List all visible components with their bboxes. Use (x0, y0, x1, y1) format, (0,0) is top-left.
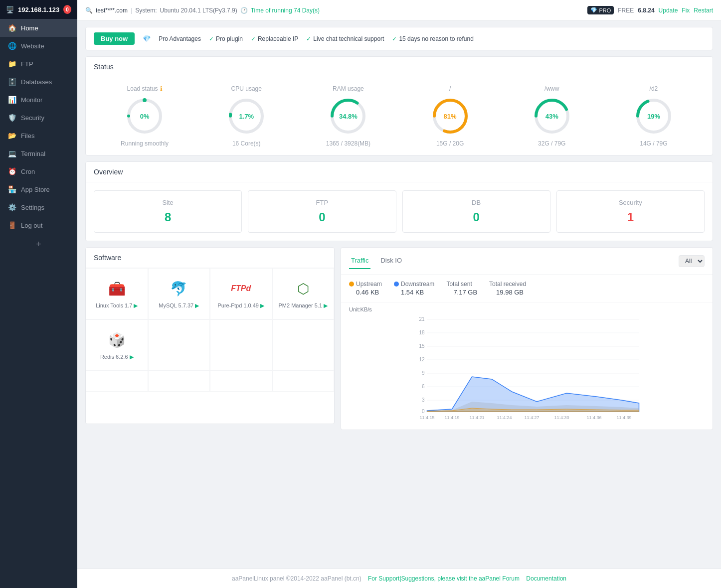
gauge-label: RAM usage (333, 85, 364, 92)
domain-label: test****.com (96, 7, 128, 14)
gauge-sub: 16 Core(s) (232, 140, 261, 147)
gauge-value: 81% (444, 113, 457, 120)
sidebar-item-files[interactable]: 📂Files (0, 127, 77, 145)
software-icon-wrap: 🎲 (107, 330, 127, 350)
software-item[interactable]: 🧰 Linux Tools 1.7 ▶ (86, 268, 148, 319)
nav-label: Log out (21, 222, 42, 229)
main-content: 🔍 test****.com | System: Ubuntu 20.04.1 … (77, 0, 721, 588)
svg-text:11:4:21: 11:4:21 (469, 415, 484, 420)
svg-text:3: 3 (422, 397, 425, 403)
nav-icon: 🛡️ (8, 114, 16, 122)
overview-title: Overview (86, 162, 713, 182)
downstream-label: Downstream (394, 281, 434, 288)
software-empty (272, 371, 335, 392)
sidebar-item-databases[interactable]: 🗄️Databases (0, 73, 77, 91)
svg-text:11:4:15: 11:4:15 (419, 415, 434, 420)
topbar-left: 🔍 test****.com | System: Ubuntu 20.04.1 … (85, 7, 320, 14)
downstream-dot (394, 282, 399, 287)
traffic-section: Traffic Disk IO All Upstream 0.4 (341, 247, 713, 430)
software-icon-wrap: ⬡ (293, 279, 313, 298)
sidebar-item-security[interactable]: 🛡️Security (0, 109, 77, 127)
nav-label: Settings (21, 204, 44, 211)
nav-label: Databases (21, 78, 52, 86)
svg-text:11:4:30: 11:4:30 (554, 415, 569, 420)
buy-now-button[interactable]: Buy now (94, 32, 135, 45)
restart-link[interactable]: Restart (694, 7, 713, 14)
pro-badge: 💎 PRO (587, 6, 614, 14)
downstream-value: 1.54 KB (394, 289, 434, 296)
nav-label: Cron (21, 168, 35, 175)
software-icon-wrap: 🐬 (169, 279, 189, 298)
uptime-label: Time of running 74 Day(s) (251, 7, 320, 14)
gauge-sub: Running smoothly (121, 140, 169, 147)
notification-badge: 0 (63, 5, 71, 14)
sidebar-item-settings[interactable]: ⚙️Settings (0, 198, 77, 216)
software-icon: 🧰 (108, 281, 126, 297)
update-link[interactable]: Update (659, 7, 678, 14)
traffic-filter[interactable]: All (679, 255, 705, 267)
add-server-button[interactable]: + (0, 234, 77, 255)
gauge-item: /d2 19% 14G / 79G (603, 85, 705, 147)
fix-link[interactable]: Fix (682, 7, 690, 14)
gauge-item: / 81% 15G / 20G (399, 85, 501, 147)
pro-plugin: ✓ Pro plugin (209, 35, 243, 42)
gauge-label: CPU usage (231, 85, 262, 92)
software-item[interactable]: FTPd Pure-Ftpd 1.0.49 ▶ (210, 268, 272, 319)
software-empty (86, 371, 148, 392)
gauge-label: / (449, 85, 451, 92)
sidebar: 🖥️ 192.168.1.123 0 🏠Home🌐Website📁FTP🗄️Da… (0, 0, 77, 588)
sidebar-item-ftp[interactable]: 📁FTP (0, 55, 77, 73)
live-chat: ✓ Live chat technical support (306, 35, 384, 42)
software-grid: 🧰 Linux Tools 1.7 ▶ 🐬 MySQL 5.7.37 ▶ FTP… (86, 268, 334, 392)
overview-card-db[interactable]: DB 0 (402, 190, 550, 233)
overview-card-site[interactable]: Site 8 (94, 190, 242, 233)
support-link[interactable]: For Support|Suggestions, please visit th… (368, 575, 520, 582)
gauge-sub: 14G / 79G (640, 140, 667, 147)
svg-text:11:4:19: 11:4:19 (444, 415, 459, 420)
svg-text:18: 18 (419, 330, 425, 335)
svg-point-2 (143, 98, 147, 102)
nav-icon: 🗄️ (8, 78, 16, 86)
software-item[interactable]: ⬡ PM2 Manager 5.1 ▶ (272, 268, 335, 319)
pro-advantages: Pro Advantages (159, 35, 201, 42)
info-icon[interactable]: ℹ (160, 85, 163, 92)
pro-banner: Buy now 💎 Pro Advantages ✓ Pro plugin ✓ … (85, 27, 713, 50)
gauge-label: Load status ℹ (127, 85, 163, 92)
gauge-chart: 0% (125, 96, 165, 136)
filter-select[interactable]: All (679, 255, 705, 267)
sidebar-item-terminal[interactable]: 💻Terminal (0, 145, 77, 162)
tab-traffic[interactable]: Traffic (349, 253, 370, 269)
footer: aaPanelLinux panel ©2014-2022 aaPanel (b… (77, 569, 721, 588)
diamond-icon: 💎 (590, 7, 597, 13)
software-title: Software (86, 248, 334, 268)
sidebar-nav: 🏠Home🌐Website📁FTP🗄️Databases📊Monitor🛡️Se… (0, 19, 77, 234)
nav-icon: ⚙️ (8, 203, 16, 211)
gauge-value: 34.8% (339, 113, 358, 120)
total-received-stat: Total received 19.98 GB (489, 281, 526, 296)
system-label: System: (135, 7, 157, 14)
refund-policy: ✓ 15 days no reason to refund (392, 35, 473, 42)
gauge-item: CPU usage 1.7% 16 Core(s) (195, 85, 297, 147)
gauge-value: 19% (647, 113, 660, 120)
svg-text:11:4:27: 11:4:27 (524, 415, 539, 420)
overview-card-security[interactable]: Security 1 (556, 190, 705, 233)
software-item[interactable]: 🐬 MySQL 5.7.37 ▶ (148, 268, 210, 319)
svg-text:6: 6 (422, 384, 425, 389)
sidebar-item-monitor[interactable]: 📊Monitor (0, 91, 77, 109)
sidebar-item-app-store[interactable]: 🏪App Store (0, 180, 77, 198)
overview-card-ftp[interactable]: FTP 0 (248, 190, 396, 233)
docs-link[interactable]: Documentation (526, 575, 566, 582)
sidebar-item-website[interactable]: 🌐Website (0, 37, 77, 55)
software-name: PM2 Manager 5.1 ▶ (279, 302, 328, 309)
software-icon: FTPd (231, 284, 251, 293)
sidebar-item-home[interactable]: 🏠Home (0, 19, 77, 37)
gauge-sub: 1365 / 3928(MB) (326, 140, 370, 147)
sidebar-item-cron[interactable]: ⏰Cron (0, 162, 77, 180)
upstream-label: Upstream (349, 281, 382, 288)
software-item[interactable]: 🎲 Redis 6.2.6 ▶ (86, 319, 148, 371)
sidebar-item-log-out[interactable]: 🚪Log out (0, 216, 77, 234)
nav-icon: 🏠 (8, 24, 16, 32)
tab-diskio[interactable]: Disk IO (378, 253, 404, 269)
search-icon: 🔍 (85, 7, 93, 14)
topbar: 🔍 test****.com | System: Ubuntu 20.04.1 … (77, 0, 721, 21)
